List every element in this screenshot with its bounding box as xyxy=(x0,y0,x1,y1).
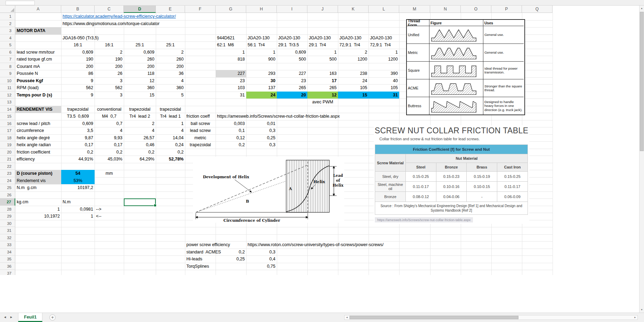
row-header-13[interactable]: 13 xyxy=(0,99,15,106)
row-header-34[interactable]: 34 xyxy=(0,249,15,256)
cell-I4[interactable]: JGA20-130 xyxy=(277,34,307,42)
cell-E20[interactable]: 0,2 xyxy=(156,149,185,156)
cell-E19[interactable]: 0,24 xyxy=(156,141,185,149)
cell-E10[interactable]: 4 xyxy=(156,77,185,85)
column-header-A[interactable]: A xyxy=(15,6,61,13)
vertical-scrollbar[interactable]: ▲ ▼ xyxy=(639,6,644,313)
column-header-D[interactable]: D xyxy=(124,6,156,13)
row-header-36[interactable]: 36 xyxy=(0,263,15,270)
row-header-8[interactable]: 8 xyxy=(0,63,15,70)
row-header-3[interactable]: 3 xyxy=(0,27,15,34)
column-header-E[interactable]: E xyxy=(156,6,185,13)
cell-H18[interactable]: 0,25 xyxy=(246,134,277,142)
cell-D7[interactable]: 260 xyxy=(124,56,156,63)
column-header-J[interactable]: J xyxy=(307,6,338,13)
cell-C23[interactable]: mm xyxy=(95,170,124,177)
cell-C14[interactable]: conventional xyxy=(95,106,124,113)
row-header-9[interactable]: 9 xyxy=(0,70,15,77)
cell-G6[interactable]: 1 xyxy=(216,49,246,56)
cell-L11[interactable]: 105 xyxy=(369,84,399,92)
cell-B23[interactable]: 54 xyxy=(61,170,95,177)
cell-C21[interactable]: 45,03% xyxy=(95,156,124,163)
cell-J4[interactable]: JGA20-130 xyxy=(307,34,338,42)
cell-B29[interactable]: 1 xyxy=(61,213,95,220)
cell-D15[interactable]: Tr4 lead 2 xyxy=(124,113,156,120)
row-header-24[interactable]: 24 xyxy=(0,177,15,184)
cell-B12[interactable]: 9 xyxy=(61,92,95,99)
row-header-15[interactable]: 15 xyxy=(0,113,15,120)
cell-K6[interactable]: 2 xyxy=(338,49,369,56)
column-header-O[interactable]: O xyxy=(461,6,491,13)
cell-D19[interactable]: 0,46 xyxy=(124,141,156,149)
cell-K4[interactable]: JGA20-130 xyxy=(338,34,369,42)
cell-C11[interactable]: 562 xyxy=(95,84,124,92)
sheet-tab-active[interactable]: Feuil1 xyxy=(18,313,42,322)
cell-A29[interactable]: 10,1972 xyxy=(15,213,61,220)
scroll-up-icon[interactable]: ▲ xyxy=(639,6,644,11)
column-header-N[interactable]: N xyxy=(430,6,461,13)
cell-K12[interactable]: 15 xyxy=(338,92,369,99)
row-header-33[interactable]: 33 xyxy=(0,241,15,249)
cell-A7[interactable]: rated torque gf.cm xyxy=(15,56,61,63)
cell-G18[interactable]: 0,12 xyxy=(216,134,246,142)
cell-F16[interactable]: ball screw xyxy=(185,120,216,127)
thread-form-table-image[interactable]: Thread FormFigureUsesUnifiedGeneral use.… xyxy=(406,19,525,115)
cell-D18[interactable]: 26,57 xyxy=(124,134,156,142)
cell-E8[interactable]: 200 xyxy=(156,63,185,70)
row-header-20[interactable]: 20 xyxy=(0,149,15,156)
cell-A6[interactable]: lead screw mm/tour xyxy=(15,49,61,56)
row-header-7[interactable]: 7 xyxy=(0,56,15,63)
cell-H11[interactable]: 137 xyxy=(246,84,277,92)
column-header-B[interactable]: B xyxy=(61,6,95,13)
cell-K10[interactable]: 24 xyxy=(338,77,369,85)
cell-F18[interactable]: metric xyxy=(185,134,216,142)
cell-C15[interactable]: M4 0,7 xyxy=(95,113,124,120)
cell-A16[interactable]: screw lead / pitch xyxy=(15,120,61,127)
cell-L7[interactable]: 1200 xyxy=(369,56,399,63)
cell-E14[interactable]: trapezoidal xyxy=(156,106,185,113)
column-header-C[interactable]: C xyxy=(95,6,124,13)
cell-B4[interactable]: JGA16-050 (Tr3,5) xyxy=(61,34,124,42)
cell-K5[interactable]: 72,9:1 Tr4 xyxy=(338,41,369,49)
cell-A10[interactable]: Poussée Kgf xyxy=(15,77,61,85)
scroll-down-icon[interactable]: ▼ xyxy=(639,307,644,313)
cell-G17[interactable]: 0,1 xyxy=(216,127,246,134)
row-header-29[interactable]: 29 xyxy=(0,213,15,220)
cell-H5[interactable]: 56:1 Tr4 xyxy=(246,41,277,49)
cell-B25[interactable]: 10197,2 xyxy=(61,184,95,191)
cell-J5[interactable]: 29:1 Tr4 xyxy=(307,41,338,49)
cell-D5[interactable]: 25:1 xyxy=(124,41,156,49)
cell-G19[interactable]: 0,2 xyxy=(216,141,246,149)
cell-I10[interactable]: 23 xyxy=(277,77,307,85)
cell-C6[interactable]: 2 xyxy=(95,49,124,56)
cell-B5[interactable]: 16:1 xyxy=(61,41,95,49)
cell-H33[interactable]: https://www.roton.com/screw-university/t… xyxy=(246,241,399,249)
cell-C16[interactable]: 0,7 xyxy=(95,120,124,127)
cell-C12[interactable]: 3 xyxy=(95,92,124,99)
cell-I12[interactable]: 20 xyxy=(277,92,307,99)
cell-G9[interactable]: 227 xyxy=(216,70,246,77)
cell-H6[interactable]: 1 xyxy=(246,49,277,56)
cell-C18[interactable]: 9,93 xyxy=(95,134,124,142)
row-header-12[interactable]: 12 xyxy=(0,92,15,99)
cell-B1[interactable]: https://calculator.academy/lead-screw-ef… xyxy=(61,13,216,20)
column-header-H[interactable]: H xyxy=(246,6,277,13)
cell-A8[interactable]: Courant mA xyxy=(15,63,61,70)
cell-E17[interactable]: 4 xyxy=(156,127,185,134)
cell-A12[interactable]: Temps pour D (s) xyxy=(15,92,61,99)
cell-J11[interactable]: 265 xyxy=(307,84,338,92)
cell-B19[interactable]: 0,17 xyxy=(61,141,95,149)
cell-K9[interactable]: 238 xyxy=(338,70,369,77)
cell-B14[interactable]: trapezoidal xyxy=(61,106,95,113)
cell-A9[interactable]: Poussée N xyxy=(15,70,61,77)
row-header-1[interactable]: 1 xyxy=(0,13,15,20)
cell-G4[interactable]: 944D621 xyxy=(216,34,246,42)
cell-G11[interactable]: 103 xyxy=(216,84,246,92)
cell-B8[interactable]: 200 xyxy=(61,63,95,70)
row-header-31[interactable]: 31 xyxy=(0,227,15,234)
cell-I5[interactable]: 29:1 Tr3.5 xyxy=(277,41,307,49)
cell-B6[interactable]: 0,609 xyxy=(61,49,95,56)
row-header-4[interactable]: 4 xyxy=(0,34,15,42)
cell-J9[interactable]: 163 xyxy=(307,70,338,77)
cell-E11[interactable]: 360 xyxy=(156,84,185,92)
